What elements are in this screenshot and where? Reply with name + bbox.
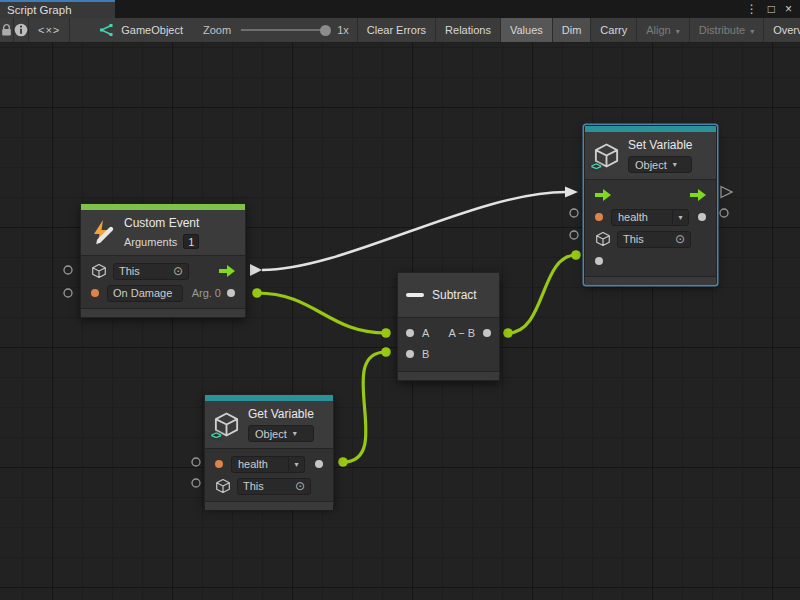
zoom-slider-knob[interactable] bbox=[320, 25, 331, 36]
info-icon bbox=[14, 23, 28, 37]
external-port-circle[interactable] bbox=[64, 266, 72, 274]
wire-subtract-setvariable[interactable] bbox=[508, 255, 576, 333]
object-picker-icon[interactable]: ⊙ bbox=[295, 480, 305, 492]
node-title: Set Variable bbox=[628, 138, 692, 152]
arguments-input[interactable]: 1 bbox=[183, 234, 199, 249]
zoom-label: Zoom bbox=[203, 24, 231, 36]
external-flow-triangle[interactable] bbox=[721, 187, 732, 198]
window-close-icon[interactable]: × bbox=[785, 0, 792, 18]
node-title: Custom Event bbox=[124, 216, 199, 230]
value-output-port-icon[interactable] bbox=[315, 460, 323, 468]
port-row-value-input bbox=[585, 250, 716, 272]
values-toggle-button[interactable]: Values bbox=[501, 18, 553, 42]
distribute-dropdown-button[interactable]: Distribute ▾ bbox=[690, 18, 764, 42]
event-name-field[interactable]: On Damage bbox=[107, 285, 183, 302]
lock-button[interactable] bbox=[0, 18, 14, 42]
dim-toggle-button[interactable]: Dim bbox=[553, 18, 592, 42]
name-port-icon[interactable] bbox=[595, 213, 603, 221]
zoom-value: 1x bbox=[337, 24, 349, 36]
wire-arg0-subtract-a[interactable] bbox=[257, 293, 386, 333]
wire-endpoint[interactable] bbox=[381, 347, 391, 357]
port-row-event: On Damage Arg. 0 bbox=[81, 282, 245, 304]
align-dropdown-button[interactable]: Align ▾ bbox=[637, 18, 689, 42]
graph-icon bbox=[98, 23, 114, 37]
wire-endpoint[interactable] bbox=[503, 328, 513, 338]
graph-owner-label: GameObject bbox=[121, 24, 183, 36]
chevron-down-icon: ▾ bbox=[672, 210, 688, 225]
chevron-down-icon: ▾ bbox=[288, 457, 304, 472]
external-port-circle[interactable] bbox=[64, 289, 72, 297]
value-input-port-icon[interactable] bbox=[595, 257, 603, 265]
code-view-toggle[interactable]: <×> bbox=[29, 18, 70, 42]
window-menu-icon[interactable]: ⋮ bbox=[746, 0, 758, 18]
external-port-circle[interactable] bbox=[720, 209, 728, 217]
wire-endpoint[interactable] bbox=[338, 457, 348, 467]
port-row-target: This ⊙ bbox=[585, 228, 716, 250]
wire-getvariable-subtract-b[interactable] bbox=[343, 352, 386, 462]
external-port-circle[interactable] bbox=[192, 479, 200, 487]
overview-button[interactable]: Overview bbox=[764, 18, 800, 42]
port-row-name: health ▾ bbox=[205, 453, 333, 475]
graph-canvas[interactable]: Custom Event Arguments 1 This ⊙ bbox=[0, 43, 800, 600]
node-custom-event[interactable]: Custom Event Arguments 1 This ⊙ bbox=[80, 203, 246, 318]
input-b-port-icon[interactable] bbox=[406, 350, 414, 358]
target-object-field[interactable]: This ⊙ bbox=[617, 231, 691, 248]
custom-event-icon bbox=[89, 219, 116, 246]
flow-output-arrow-icon[interactable] bbox=[219, 265, 235, 277]
relations-button[interactable]: Relations bbox=[436, 18, 501, 42]
object-picker-icon[interactable]: ⊙ bbox=[173, 265, 183, 277]
zoom-control: Zoom 1x bbox=[203, 18, 357, 42]
name-port-icon[interactable] bbox=[215, 460, 223, 468]
clear-errors-button[interactable]: Clear Errors bbox=[358, 18, 436, 42]
target-object-field[interactable]: This ⊙ bbox=[113, 263, 189, 280]
variable-cube-icon: <> bbox=[213, 411, 240, 438]
flow-output-triangle[interactable] bbox=[250, 264, 262, 276]
tab-title: Script Graph bbox=[7, 4, 72, 16]
wire-flow-customevent-setvariable[interactable] bbox=[262, 192, 566, 270]
node-footer bbox=[585, 276, 716, 285]
port-row-b: B bbox=[398, 343, 499, 364]
wire-endpoint[interactable] bbox=[252, 288, 262, 298]
node-subtract[interactable]: Subtract A A − B B bbox=[397, 272, 500, 381]
node-get-variable[interactable]: <> Get Variable Object ▾ health ▾ bbox=[204, 394, 334, 507]
node-set-variable[interactable]: <> Set Variable Object ▾ bbox=[584, 125, 717, 285]
port-row-target: This ⊙ bbox=[205, 475, 333, 497]
flow-input-arrow-icon[interactable] bbox=[595, 189, 611, 201]
external-port-circle[interactable] bbox=[192, 458, 200, 466]
node-footer bbox=[81, 308, 245, 317]
output-port-icon[interactable] bbox=[483, 329, 491, 337]
input-a-port-icon[interactable] bbox=[406, 329, 414, 337]
zoom-slider[interactable] bbox=[241, 29, 329, 31]
variable-name-dropdown[interactable]: health ▾ bbox=[611, 209, 689, 226]
arguments-label: Arguments bbox=[124, 236, 177, 248]
lock-icon bbox=[0, 23, 13, 37]
wire-endpoint[interactable] bbox=[381, 328, 391, 338]
info-button[interactable] bbox=[14, 18, 29, 42]
minus-icon bbox=[406, 293, 424, 297]
output-label: A − B bbox=[448, 327, 475, 339]
variable-scope-dropdown[interactable]: Object ▾ bbox=[628, 156, 692, 173]
object-picker-icon[interactable]: ⊙ bbox=[675, 233, 685, 245]
arg-output-port-icon[interactable] bbox=[227, 289, 235, 297]
window-maximize-icon[interactable]: □ bbox=[768, 0, 775, 18]
variable-scope-dropdown[interactable]: Object ▾ bbox=[248, 425, 314, 442]
chevron-down-icon: ▾ bbox=[676, 27, 680, 36]
wire-endpoint[interactable] bbox=[571, 250, 581, 260]
external-port-circle[interactable] bbox=[570, 209, 578, 217]
tab-script-graph[interactable]: Script Graph bbox=[0, 0, 115, 18]
flow-output-arrow-icon[interactable] bbox=[690, 189, 706, 201]
external-port-circle[interactable] bbox=[570, 231, 578, 239]
value-port-icon[interactable] bbox=[91, 289, 99, 297]
carry-toggle-button[interactable]: Carry bbox=[591, 18, 637, 42]
port-row-name: health ▾ bbox=[585, 206, 716, 228]
target-object-field[interactable]: This ⊙ bbox=[237, 478, 311, 495]
variable-name-dropdown[interactable]: health ▾ bbox=[231, 456, 305, 473]
variable-cube-icon: <> bbox=[593, 142, 620, 169]
window-tab-bar: Script Graph ⋮ □ × bbox=[0, 0, 800, 18]
cube-icon bbox=[595, 231, 611, 247]
value-output-port-icon[interactable] bbox=[698, 213, 706, 221]
graph-owner-chip[interactable]: GameObject bbox=[92, 18, 189, 42]
cube-icon bbox=[91, 263, 107, 279]
arg-port-label: Arg. 0 bbox=[192, 287, 221, 299]
node-footer bbox=[205, 501, 333, 510]
